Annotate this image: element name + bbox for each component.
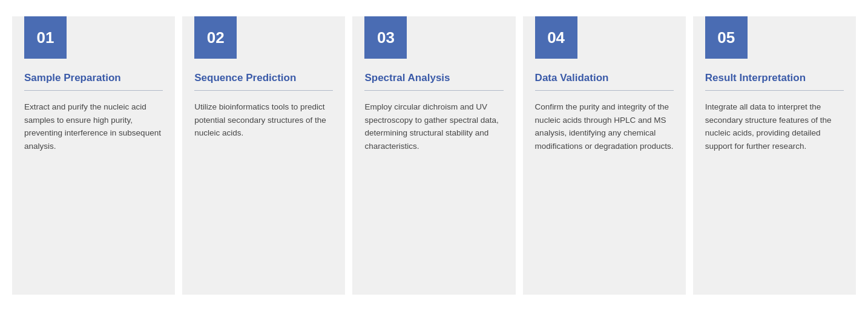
card-number-box-1: 01 [24,16,67,59]
card-divider-3 [364,90,503,91]
card-title-5: Result Interpretation [705,72,844,84]
card-number-box-2: 02 [194,16,237,59]
card-description-1: Extract and purify the nucleic acid samp… [24,100,163,152]
card-4: 04 Data Validation Confirm the purity an… [523,16,686,295]
card-number-5: 05 [717,28,735,47]
card-title-1: Sample Preparation [24,72,163,84]
card-number-box-4: 04 [535,16,577,59]
card-number-1: 01 [37,28,54,47]
card-5: 05 Result Interpretation Integrate all d… [693,16,856,295]
card-description-5: Integrate all data to interpret the seco… [705,100,844,152]
card-divider-4 [535,90,674,91]
card-2: 02 Sequence Prediction Utilize bioinform… [182,16,345,295]
card-description-2: Utilize bioinformatics tools to predict … [194,100,333,140]
card-number-4: 04 [547,28,565,47]
card-divider-2 [194,90,333,91]
card-divider-1 [24,90,163,91]
card-title-3: Spectral Analysis [364,72,503,84]
cards-container: 01 Sample Preparation Extract and purify… [12,16,856,295]
card-description-3: Employ circular dichroism and UV spectro… [364,100,503,152]
card-1: 01 Sample Preparation Extract and purify… [12,16,175,295]
card-number-box-5: 05 [705,16,748,59]
card-title-4: Data Validation [535,72,674,84]
card-number-2: 02 [207,28,225,47]
card-description-4: Confirm the purity and integrity of the … [535,100,674,152]
card-number-box-3: 03 [364,16,407,59]
card-number-3: 03 [377,28,395,47]
card-title-2: Sequence Prediction [194,72,333,84]
card-3: 03 Spectral Analysis Employ circular dic… [352,16,515,295]
card-divider-5 [705,90,844,91]
